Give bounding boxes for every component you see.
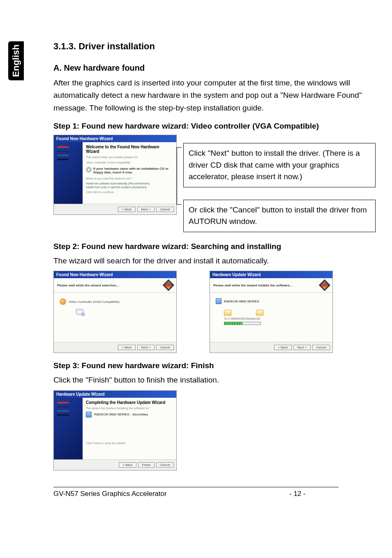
install-header-text: Please wait while the wizard installs th… [213, 284, 293, 287]
next-button[interactable]: Next > [293, 345, 310, 350]
step2-search-dialog: Found New Hardware Wizard Please wait wh… [53, 271, 177, 353]
search-header-text: Please wait while the wizard searches... [57, 284, 119, 287]
cancel-button[interactable]: Cancel [156, 207, 174, 212]
back-button[interactable]: < Back [274, 345, 292, 350]
back-button[interactable]: < Back [118, 345, 136, 350]
step1-title: Step 1: Found new hardware wizard: Video… [53, 122, 376, 131]
install-device-text: RADEON 9600 SERIES [224, 300, 259, 303]
section-heading: 3.1.3. Driver installation [53, 41, 376, 52]
step2-desc: The wizard will search for the driver an… [53, 255, 376, 267]
cd-instruction: If your hardware came with an installati… [93, 167, 173, 174]
wizard-sidebar-graphic [54, 398, 83, 459]
wizard-titlebar: Hardware Update Wizard [210, 271, 332, 278]
footer-page-number: - 12 - [289, 490, 339, 498]
cancel-button[interactable]: Cancel [312, 345, 330, 350]
step3-title: Step 3: Found new hardware wizard: Finis… [53, 361, 376, 370]
page-footer: GV-N57 Series Graphics Accelerator - 12 … [53, 487, 339, 498]
wizard-titlebar: Hardware Update Wizard [54, 391, 176, 398]
wizard-titlebar: Found New Hardware Wizard [54, 271, 176, 278]
install-path: To C:\WINDOWS\System32\ [224, 317, 327, 320]
radio-advanced-install[interactable]: Install from a list or specific location… [86, 186, 173, 189]
step3-finish-dialog: Hardware Update Wizard Completing the Ha… [53, 390, 177, 470]
cancel-button[interactable]: Cancel [156, 345, 174, 350]
folder-source-icon [224, 310, 231, 316]
folder-dest-icon [256, 310, 263, 316]
page-content: 3.1.3. Driver installation A. New hardwa… [53, 0, 376, 470]
wizard-helper-text: This wizard helps you install software f… [86, 155, 173, 159]
device-name: RADEON 9600 SERIES - Secondary [94, 413, 148, 416]
flashlight-icon [60, 298, 66, 305]
cd-icon [86, 167, 92, 173]
intro-paragraph: After the graphics card is inserted into… [53, 77, 376, 114]
step1-wizard-dialog: Found New Hardware Wizard Welcome to the… [53, 135, 177, 215]
callout-bracket [177, 147, 182, 205]
language-tab: English [8, 41, 24, 80]
subsection-a-heading: A. New hardware found [53, 63, 376, 73]
callout-next-instruction: Click "Next" button to install the drive… [183, 143, 376, 187]
step2-title: Step 2: Found new hardware wizard: Searc… [53, 242, 376, 251]
next-button[interactable]: Next > [137, 345, 154, 350]
radio-auto-install[interactable]: Install the software automatically (Reco… [86, 182, 173, 185]
finish-button[interactable]: Finish [138, 462, 154, 468]
step2-install-dialog: Hardware Update Wizard Please wait while… [210, 271, 333, 353]
wizard-question: What do you want the wizard to do? [86, 177, 173, 180]
back-button[interactable]: < Back [119, 462, 136, 468]
device-icon [86, 412, 92, 417]
wizard-titlebar: Found New Hardware Wizard [54, 135, 176, 142]
step3-desc: Click the "Finish" button to finish the … [53, 374, 376, 386]
wizard-device-text: Video Controller (VGA Compatible) [86, 161, 173, 164]
card-icon [163, 279, 174, 291]
finished-text: The wizard has finished installing the s… [86, 406, 173, 410]
wizard-welcome-title: Welcome to the Found New Hardware Wizard [86, 145, 173, 154]
footer-product: GV-N57 Series Graphics Accelerator [53, 490, 289, 498]
install-progress [224, 322, 261, 325]
wizard-continue-text: Click Next to continue. [86, 190, 173, 194]
completing-title: Completing the Hardware Update Wizard [86, 400, 173, 405]
device-icon [216, 298, 221, 304]
wizard-sidebar-graphic [54, 142, 83, 204]
next-button[interactable]: Next > [137, 207, 154, 212]
callout-cancel-instruction: Or click the "Cancel" button to install … [183, 200, 376, 232]
magnifier-icon [76, 309, 83, 315]
cancel-button[interactable]: Cancel [156, 462, 174, 468]
back-button[interactable]: < Back [118, 207, 136, 212]
close-text: Click Finish to close the wizard. [86, 441, 173, 445]
search-item-text: Video Controller (VGA Compatible) [69, 300, 120, 304]
card-icon [319, 279, 330, 291]
